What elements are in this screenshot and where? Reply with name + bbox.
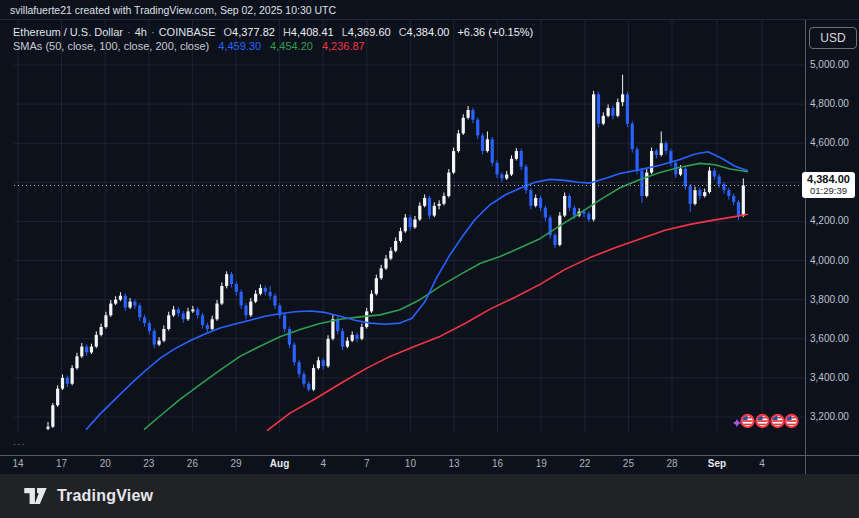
sma-line bbox=[144, 163, 748, 429]
time-axis-label: 14 bbox=[12, 458, 23, 469]
chart-legend[interactable]: Ethereum / U.S. Dollar·4h·COINBASEO4,377… bbox=[13, 25, 533, 53]
sma-line bbox=[86, 152, 748, 430]
price-tick-label: 3,400.00 bbox=[810, 372, 849, 383]
price-tick-label: 4,600.00 bbox=[810, 137, 849, 148]
us-flag-event-icon[interactable] bbox=[771, 415, 783, 427]
tradingview-snapshot: svillafuerte21 created with TradingView.… bbox=[0, 0, 859, 518]
separator: · bbox=[127, 26, 131, 38]
ohlc-item: C4,384.00 bbox=[399, 26, 450, 38]
ohlc-item: O4,377.82 bbox=[224, 26, 275, 38]
us-flag-event-icon[interactable] bbox=[756, 415, 768, 427]
us-flag-event-icon[interactable] bbox=[741, 415, 753, 427]
separator: · bbox=[151, 26, 155, 38]
time-axis-label: 26 bbox=[187, 458, 198, 469]
time-axis-label: 4 bbox=[759, 458, 765, 469]
event-marker-icon[interactable] bbox=[733, 419, 741, 427]
ohlc-values: O4,377.82H4,408.41L4,369.60C4,384.00 bbox=[216, 26, 450, 38]
time-axis[interactable]: 141720232629Aug4710131619222528Sep4 bbox=[0, 455, 859, 474]
us-flag-event-icon[interactable] bbox=[785, 415, 797, 427]
interval-label: 4h bbox=[135, 26, 147, 38]
attribution-text: svillafuerte21 created with TradingView.… bbox=[10, 4, 336, 16]
attribution-bar: svillafuerte21 created with TradingView.… bbox=[0, 0, 859, 20]
sma-values: 4,459.304,454.204,236.87 bbox=[209, 40, 364, 52]
economic-events-layer bbox=[733, 415, 798, 427]
sma-study-label: SMAs (50, close, 100, close, 200, close) bbox=[13, 40, 209, 52]
price-tick-label: 4,200.00 bbox=[810, 215, 849, 226]
time-axis-label: Aug bbox=[270, 458, 289, 469]
price-axis-border bbox=[805, 20, 806, 474]
time-axis-label: 7 bbox=[364, 458, 370, 469]
time-axis-label: 4 bbox=[320, 458, 326, 469]
currency-toggle-button[interactable]: USD bbox=[809, 27, 857, 49]
time-axis-label: 16 bbox=[492, 458, 503, 469]
change-value: +6.36 (+0.15%) bbox=[457, 26, 533, 38]
time-axis-label: 17 bbox=[56, 458, 67, 469]
bar-countdown: 01:29:39 bbox=[802, 185, 855, 196]
price-tick-label: 3,800.00 bbox=[810, 294, 849, 305]
price-tick-label: 3,200.00 bbox=[810, 411, 849, 422]
symbol-row: Ethereum / U.S. Dollar·4h·COINBASEO4,377… bbox=[13, 25, 533, 39]
price-tick-label: 4,000.00 bbox=[810, 255, 849, 266]
time-axis-label: 25 bbox=[623, 458, 634, 469]
price-tick-label: 3,600.00 bbox=[810, 333, 849, 344]
ohlc-item: L4,369.60 bbox=[342, 26, 391, 38]
ohlc-item: H4,408.41 bbox=[283, 26, 334, 38]
candles-layer bbox=[46, 75, 745, 431]
exchange-label: COINBASE bbox=[159, 26, 216, 38]
time-axis-label: 23 bbox=[143, 458, 154, 469]
time-axis-label: 28 bbox=[666, 458, 677, 469]
footer-bar: TradingView bbox=[0, 474, 859, 518]
price-tick-label: 5,000.00 bbox=[810, 59, 849, 70]
tradingview-logo-text: TradingView bbox=[57, 487, 153, 505]
price-axis[interactable]: 5,000.004,800.004,600.004,400.004,200.00… bbox=[806, 20, 859, 455]
sma-row: SMAs (50, close, 100, close, 200, close)… bbox=[13, 39, 533, 53]
symbol-title: Ethereum / U.S. Dollar bbox=[13, 26, 123, 38]
time-axis-label: 13 bbox=[448, 458, 459, 469]
time-axis-label: 29 bbox=[230, 458, 241, 469]
sma-value: 4,454.20 bbox=[270, 40, 313, 52]
sma-value: 4,236.87 bbox=[322, 40, 365, 52]
last-price-value: 4,384.00 bbox=[802, 173, 855, 185]
sma-value: 4,459.30 bbox=[218, 40, 261, 52]
time-axis-label: 19 bbox=[536, 458, 547, 469]
time-axis-label: Sep bbox=[708, 458, 726, 469]
time-axis-label: 22 bbox=[579, 458, 590, 469]
price-tick-label: 4,800.00 bbox=[810, 98, 849, 109]
tradingview-logo[interactable]: TradingView bbox=[24, 487, 153, 505]
timescale-overflow-indicator[interactable]: ... bbox=[13, 436, 26, 447]
time-axis-label: 20 bbox=[100, 458, 111, 469]
sma-lines-layer bbox=[86, 152, 748, 431]
tradingview-logo-icon bbox=[24, 488, 48, 504]
time-axis-label: 10 bbox=[405, 458, 416, 469]
last-price-label[interactable]: 4,384.00 01:29:39 bbox=[802, 172, 855, 198]
chart-plot[interactable] bbox=[0, 0, 859, 518]
